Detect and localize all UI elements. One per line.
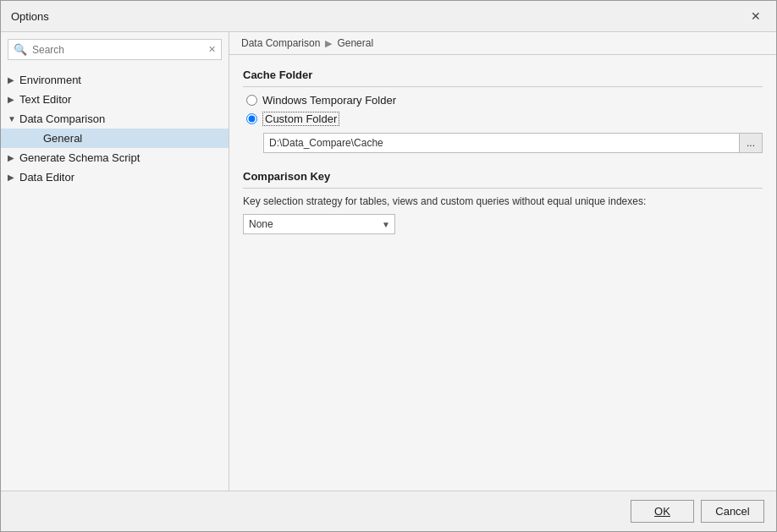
- folder-path-row: ...: [263, 133, 763, 153]
- cache-folder-section: Cache Folder Windows Temporary Folder Cu…: [243, 69, 763, 153]
- sidebar-item-label: Environment: [19, 74, 222, 86]
- key-dropdown-wrapper: None First unique index All columns ▼: [243, 214, 395, 234]
- comparison-key-title: Comparison Key: [243, 170, 763, 189]
- options-dialog: Options ✕ 🔍 ✕ ▶ Environment ▶: [0, 0, 777, 532]
- search-clear-button[interactable]: ✕: [208, 44, 216, 55]
- windows-temp-label[interactable]: Windows Temporary Folder: [262, 94, 396, 107]
- breadcrumb-parent: Data Comparison: [241, 37, 320, 49]
- search-input[interactable]: [32, 44, 203, 56]
- windows-temp-radio[interactable]: [246, 95, 257, 106]
- key-dropdown[interactable]: None First unique index All columns: [243, 214, 395, 234]
- sidebar-item-label: Generate Schema Script: [19, 151, 222, 164]
- custom-folder-radio[interactable]: [246, 113, 257, 124]
- content-area: 🔍 ✕ ▶ Environment ▶ Text Editor ▼: [1, 32, 776, 491]
- cancel-button[interactable]: Cancel: [701, 500, 764, 523]
- close-button[interactable]: ✕: [746, 8, 766, 25]
- search-icon: 🔍: [14, 43, 27, 56]
- breadcrumb: Data Comparison ▶ General: [229, 32, 776, 55]
- custom-folder-label[interactable]: Custom Folder: [262, 112, 339, 126]
- folder-browse-button[interactable]: ...: [740, 133, 763, 153]
- chevron-icon: ▶: [8, 75, 19, 85]
- custom-folder-option: Custom Folder: [246, 112, 763, 126]
- chevron-icon: ▶: [8, 153, 19, 162]
- sidebar-item-label: Data Editor: [19, 171, 222, 184]
- cache-folder-title: Cache Folder: [243, 69, 763, 87]
- chevron-icon: ▼: [8, 114, 19, 123]
- sidebar-item-label: Text Editor: [19, 93, 222, 106]
- title-bar: Options ✕: [1, 1, 776, 32]
- sidebar-item-label: General: [43, 132, 222, 145]
- key-selection-description: Key selection strategy for tables, views…: [243, 195, 763, 207]
- main-panel: Data Comparison ▶ General Cache Folder W…: [229, 32, 776, 491]
- dialog-title: Options: [11, 10, 49, 23]
- chevron-icon: ▶: [8, 173, 19, 182]
- sidebar-item-text-editor[interactable]: ▶ Text Editor: [1, 90, 229, 109]
- cache-folder-options: Windows Temporary Folder Custom Folder: [243, 94, 763, 126]
- panel-content: Cache Folder Windows Temporary Folder Cu…: [229, 55, 776, 491]
- search-box: 🔍 ✕: [8, 39, 222, 60]
- breadcrumb-current: General: [337, 37, 373, 49]
- dialog-footer: OK Cancel: [1, 491, 776, 531]
- sidebar-item-general[interactable]: General: [1, 129, 229, 148]
- windows-temp-option: Windows Temporary Folder: [246, 94, 763, 107]
- breadcrumb-separator: ▶: [325, 38, 332, 49]
- ok-button[interactable]: OK: [631, 500, 694, 523]
- chevron-icon: ▶: [8, 95, 19, 104]
- sidebar-item-generate-schema-script[interactable]: ▶ Generate Schema Script: [1, 148, 229, 167]
- sidebar: 🔍 ✕ ▶ Environment ▶ Text Editor ▼: [1, 32, 229, 491]
- key-dropdown-row: None First unique index All columns ▼: [243, 214, 763, 234]
- sidebar-item-data-editor[interactable]: ▶ Data Editor: [1, 167, 229, 187]
- comparison-key-section: Comparison Key Key selection strategy fo…: [243, 170, 763, 234]
- sidebar-item-environment[interactable]: ▶ Environment: [1, 70, 229, 90]
- folder-path-input[interactable]: [263, 133, 740, 153]
- sidebar-item-label: Data Comparison: [19, 112, 222, 125]
- sidebar-item-data-comparison[interactable]: ▼ Data Comparison: [1, 109, 229, 129]
- tree: ▶ Environment ▶ Text Editor ▼ Data Compa…: [1, 67, 229, 491]
